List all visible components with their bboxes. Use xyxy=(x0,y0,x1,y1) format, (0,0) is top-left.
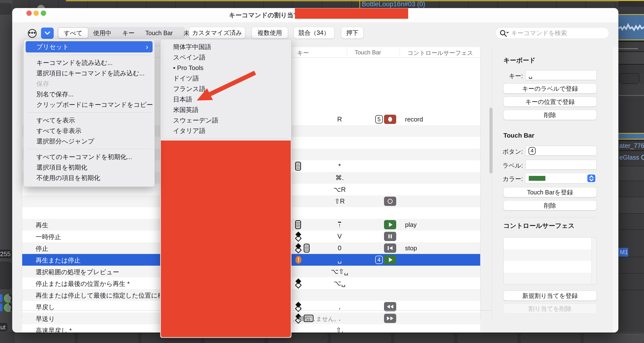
filter-segment-2[interactable]: 使用中 xyxy=(88,28,117,38)
more-options-button[interactable]: ••• xyxy=(27,28,38,39)
column-header-controlsurface[interactable]: コントロールサーフェス xyxy=(408,49,473,57)
column-divider[interactable] xyxy=(400,49,400,56)
key-shortcut: ⇧R xyxy=(303,195,376,207)
menu-separator xyxy=(27,55,151,55)
submenu-item[interactable]: • Pro Tools xyxy=(160,63,291,73)
submenu-item[interactable]: 簡体字中国語 xyxy=(160,42,291,52)
numpad-icon xyxy=(295,162,301,171)
touchbar-play-button xyxy=(384,255,396,265)
key-field[interactable]: ␣ xyxy=(525,70,597,80)
row-icons xyxy=(295,231,302,242)
command-name: 一時停止 xyxy=(36,233,61,241)
key-shortcut: ↑ xyxy=(303,219,376,231)
submenu-item[interactable]: スペイン語 xyxy=(160,52,291,63)
column-divider[interactable] xyxy=(347,49,347,56)
menu-item[interactable]: キーコマンドを読み込む... xyxy=(24,57,154,68)
command-name: 選択範囲の処理をプレビュー xyxy=(36,268,119,276)
touchbar-button-number-badge: 4 xyxy=(528,147,536,155)
menu-item-label: 選択項目を初期化 xyxy=(36,163,88,172)
close-button[interactable] xyxy=(26,10,32,16)
track-name: eGlass xyxy=(619,154,639,161)
menu-item[interactable]: 選択部分へジャンプ xyxy=(24,136,154,147)
button-label: Touch Barを登録 xyxy=(527,188,573,196)
menu-item[interactable]: プリセット› xyxy=(26,41,152,52)
submenu-item[interactable]: 米国英語 xyxy=(160,105,291,115)
filter-conflicts-button[interactable]: 競合（34） xyxy=(294,27,334,38)
menu-item[interactable]: クリップボードにキーコマンドをコピー xyxy=(24,99,154,110)
search-input[interactable] xyxy=(511,29,605,37)
keyboard-section-heading: キーボード xyxy=(504,56,536,65)
channel-button[interactable] xyxy=(0,294,2,302)
assign-by-key-position-button[interactable]: キーの位置で登録 xyxy=(504,97,597,107)
menu-dropdown-button[interactable] xyxy=(41,27,54,39)
touchbar-skipback-button xyxy=(384,244,396,254)
menu-item[interactable]: 別名で保存... xyxy=(24,89,154,99)
register-touchbar-button[interactable]: Touch Barを登録 xyxy=(504,187,597,197)
pan-knob[interactable] xyxy=(4,303,13,312)
titlebar[interactable]: キーコマンドの割り当て – xyxy=(12,8,618,22)
key-shortcut: ⌥␣ xyxy=(303,277,376,289)
submenu-item[interactable]: イタリア語 xyxy=(160,126,291,136)
footer-note: 、機能しません。 xyxy=(292,315,340,323)
filter-pressed-button[interactable]: 押下 xyxy=(341,27,363,38)
column-header-touchbar[interactable]: Touch Bar xyxy=(355,49,381,56)
delete-touchbar-button[interactable]: 削除 xyxy=(504,201,597,210)
menu-item-label: クリップボードにキーコマンドをコピー xyxy=(36,100,153,109)
menu-item[interactable]: 選択項目にキーコマンドを読み込む... xyxy=(24,68,154,78)
menu-item[interactable]: 保存 xyxy=(24,78,154,89)
touchbar-record-gray-button xyxy=(384,197,396,207)
menu-item-label: すべてのキーコマンドを初期化... xyxy=(36,153,132,161)
svg-text:!: ! xyxy=(298,257,300,263)
menu-item[interactable]: すべてを表示 xyxy=(24,115,154,126)
menu-item[interactable]: 不使用の項目を初期化 xyxy=(24,173,154,183)
menu-item[interactable]: すべてを非表示 xyxy=(24,126,154,136)
multiple-assignments-icon xyxy=(295,231,302,242)
filter-segment-4[interactable]: Touch Bar xyxy=(140,28,178,38)
filter-multiple-button[interactable]: 複数使用 xyxy=(252,27,288,38)
controlsurface-assignments-list[interactable] xyxy=(504,237,597,285)
button-label: 押下 xyxy=(346,29,358,37)
submenu-item[interactable]: 日本語 xyxy=(160,94,291,105)
key-field-label: キー: xyxy=(491,72,523,80)
touchbar-skipback-icon xyxy=(384,244,396,253)
search-field[interactable] xyxy=(495,27,609,39)
touchbar-button-field[interactable]: 4 xyxy=(525,146,597,156)
background-pads-strip xyxy=(0,332,644,343)
touchbar-color-dropdown[interactable] xyxy=(525,173,597,183)
background-button[interactable] xyxy=(619,73,639,84)
control-surface-assignment: play xyxy=(405,221,417,229)
filter-segment-3[interactable]: キー xyxy=(117,28,140,38)
register-new-assignment-button[interactable]: 新規割り当てを登録 xyxy=(504,291,597,301)
background-channel-strip: 255 ut xyxy=(0,0,12,343)
submenu-item[interactable]: ドイツ語 xyxy=(160,73,291,84)
stepper-icon[interactable] xyxy=(587,174,596,182)
zoom-button[interactable] xyxy=(41,10,46,16)
minimize-button[interactable] xyxy=(34,10,39,16)
filter-segment-1[interactable]: すべて xyxy=(58,28,88,38)
section-divider xyxy=(504,217,597,217)
delete-assignment-button[interactable]: 割り当てを削除 xyxy=(504,304,597,314)
menu-item[interactable]: 選択項目を初期化 xyxy=(24,162,154,173)
button-label: 複数使用 xyxy=(258,29,282,37)
pan-knob[interactable] xyxy=(4,294,13,303)
column-header-key[interactable]: キー xyxy=(297,49,309,57)
touchbar-label-label: ラベル: xyxy=(491,161,523,170)
lane-divider xyxy=(618,273,644,274)
touchbar-record-gray-icon xyxy=(384,197,396,206)
channel-button[interactable] xyxy=(0,304,2,311)
m1-label: M1 xyxy=(620,249,628,256)
lane-divider xyxy=(618,140,644,141)
touchbar-label-field[interactable] xyxy=(525,160,597,170)
submenu-item[interactable]: スウェーデン語 xyxy=(160,115,291,126)
background-panel xyxy=(0,262,12,289)
delete-key-button[interactable]: 削除 xyxy=(504,110,597,120)
assign-by-key-label-button[interactable]: キーのラベルで登録 xyxy=(504,84,597,93)
list-scrollbar-track[interactable] xyxy=(591,238,596,284)
audio-region[interactable] xyxy=(618,14,644,40)
menu-item[interactable]: すべてのキーコマンドを初期化... xyxy=(24,152,154,162)
submenu-item[interactable]: フランス語 xyxy=(160,84,291,94)
background-pad xyxy=(520,334,581,343)
audio-region[interactable] xyxy=(618,133,644,140)
controlsurface-section-heading: コントロールサーフェス xyxy=(504,222,574,230)
filter-customized-button[interactable]: カスタマイズ済み xyxy=(189,27,245,38)
